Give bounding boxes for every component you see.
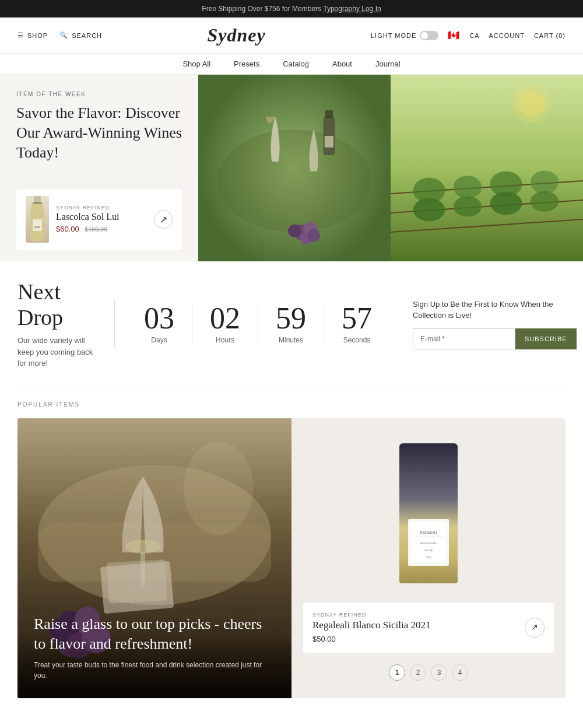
- bottle-label: REGALEALI NOZZE D'ORO SICILIA 2021: [408, 519, 449, 566]
- svg-point-24: [490, 192, 522, 215]
- svg-rect-13: [325, 136, 333, 148]
- countdown-seconds: 57 Seconds: [324, 303, 389, 344]
- search-label: SEARCH: [72, 32, 102, 39]
- product-sale-price: $60.00: [56, 225, 79, 233]
- product-brand: SYDNAY REFINED: [56, 205, 147, 211]
- seconds-label: Seconds: [342, 336, 372, 344]
- svg-point-25: [531, 191, 559, 212]
- page-4-button[interactable]: 4: [452, 664, 468, 681]
- subscribe-button[interactable]: SUBSCRIBE: [515, 328, 577, 349]
- email-input[interactable]: [413, 328, 515, 349]
- light-mode-label: LIGHT MODE: [371, 32, 416, 39]
- picnic-scene: [198, 75, 391, 261]
- cart-button[interactable]: CART (0): [534, 32, 566, 39]
- popular-product-panel: REGALEALI NOZZE D'ORO SICILIA 2021 SYDNA…: [292, 418, 566, 698]
- product-orig-price: $180.00: [85, 225, 107, 233]
- nav-presets[interactable]: Presets: [234, 60, 259, 68]
- seconds-number: 57: [342, 303, 372, 334]
- wine-bottle-icon: WINE: [26, 196, 49, 243]
- svg-point-19: [454, 176, 482, 199]
- countdown-description: Our wide variety will keep you coming ba…: [17, 335, 97, 369]
- svg-text:2021: 2021: [426, 556, 432, 559]
- svg-text:REGALEALI: REGALEALI: [420, 531, 437, 534]
- header: ☰ SHOP 🔍 SEARCH Sydney LIGHT MODE 🇨🇦 CA …: [0, 18, 583, 54]
- signup-text: Sign Up to Be the First to Know When the…: [413, 299, 566, 321]
- hero-right-image: [391, 75, 583, 261]
- popular-promo-image: Raise a glass to our top picks - cheers …: [17, 418, 292, 698]
- country-code: CA: [469, 32, 479, 39]
- svg-rect-33: [141, 552, 145, 587]
- svg-rect-12: [325, 110, 333, 118]
- svg-text:SICILIA: SICILIA: [424, 549, 433, 552]
- pagination: 1 2 3 4: [389, 653, 468, 687]
- promo-subtext: Treat your taste buds to the finest food…: [34, 660, 275, 681]
- nav-shop-all[interactable]: Shop All: [182, 60, 210, 68]
- hero-headline: Savor the Flavor: Discover Our Award-Win…: [16, 103, 182, 162]
- product-link-button[interactable]: ↗: [154, 210, 173, 229]
- header-left: ☰ SHOP 🔍 SEARCH: [17, 32, 102, 39]
- popular-product-brand: SYDNAY REFINED: [312, 612, 431, 618]
- hero-product-card: WINE SYDNAY REFINED Lascolca Sol Lui $60…: [16, 189, 182, 250]
- picnic-illustration: [198, 75, 391, 261]
- product-info-card: SYDNAY REFINED Regaleali Blanco Sicilia …: [303, 603, 554, 652]
- product-details: SYDNAY REFINED Regaleali Blanco Sicilia …: [312, 612, 431, 643]
- svg-rect-14: [391, 75, 583, 261]
- announcement-bar: Free Shipping Over $756 for Members Typo…: [0, 0, 583, 18]
- svg-rect-46: [414, 537, 443, 537]
- product-name: Lascolca Sol Lui: [56, 212, 147, 222]
- svg-rect-1: [33, 202, 42, 204]
- minutes-label: Minutes: [276, 336, 306, 344]
- popular-grid: Raise a glass to our top picks - cheers …: [17, 418, 566, 698]
- countdown-signup-block: Sign Up to Be the First to Know When the…: [401, 299, 566, 349]
- countdown-title: Next Drop: [17, 279, 97, 330]
- svg-point-43: [184, 442, 254, 535]
- search-button[interactable]: 🔍 SEARCH: [59, 32, 102, 39]
- countdown-section: Next Drop Our wide variety will keep you…: [0, 261, 583, 387]
- search-icon: 🔍: [59, 32, 68, 39]
- hero-center-image: [198, 75, 391, 261]
- hero-product-info: SYDNAY REFINED Lascolca Sol Lui $60.00 $…: [56, 205, 147, 234]
- promo-headline: Raise a glass to our top picks - cheers …: [34, 614, 275, 654]
- svg-point-21: [531, 170, 559, 194]
- country-flag: 🇨🇦: [448, 30, 460, 41]
- popular-section: POPULAR ITEMS: [0, 387, 583, 698]
- popular-product-link-button[interactable]: ↗: [525, 618, 545, 638]
- countdown-numbers: 03 Days 02 Hours 59 Minutes 57 Seconds: [115, 303, 401, 344]
- svg-point-10: [307, 229, 320, 242]
- page-2-button[interactable]: 2: [410, 664, 426, 681]
- svg-rect-0: [34, 196, 41, 202]
- brand-logo[interactable]: Sydney: [207, 24, 265, 46]
- vineyard-illustration: [391, 75, 583, 261]
- nav-catalog[interactable]: Catalog: [283, 60, 309, 68]
- light-mode-toggle[interactable]: LIGHT MODE: [371, 31, 438, 40]
- svg-point-23: [454, 196, 482, 216]
- svg-point-35: [125, 540, 160, 554]
- menu-button[interactable]: ☰ SHOP: [17, 32, 48, 39]
- popular-promo-overlay: Raise a glass to our top picks - cheers …: [17, 597, 292, 698]
- popular-section-label: POPULAR ITEMS: [17, 401, 566, 408]
- hero-product-image: WINE: [26, 196, 49, 243]
- minutes-number: 59: [276, 303, 306, 334]
- announcement-link[interactable]: Typography Log In: [323, 5, 381, 13]
- account-link[interactable]: ACCOUNT: [489, 32, 525, 39]
- page-1-button[interactable]: 1: [389, 664, 405, 681]
- nav-journal[interactable]: Journal: [375, 60, 401, 68]
- toggle-switch[interactable]: [420, 31, 438, 40]
- countdown-days: 03 Days: [127, 303, 192, 344]
- svg-point-5: [217, 130, 371, 232]
- announcement-text: Free Shipping Over $756 for Members: [202, 5, 321, 13]
- item-of-week-label: ITEM OF THE WEEK: [16, 91, 182, 97]
- svg-text:NOZZE D'ORO: NOZZE D'ORO: [420, 542, 436, 545]
- nav-bar: Shop All Presets Catalog About Journal: [0, 54, 583, 75]
- page-3-button[interactable]: 3: [431, 664, 447, 681]
- nav-about[interactable]: About: [332, 60, 352, 68]
- svg-point-22: [413, 198, 445, 222]
- hero-section: ITEM OF THE WEEK Savor the Flavor: Disco…: [0, 75, 583, 261]
- svg-text:WINE: WINE: [34, 226, 41, 229]
- popular-product-name: Regaleali Blanco Sicilia 2021: [312, 620, 431, 631]
- svg-rect-2: [33, 219, 42, 231]
- svg-point-8: [288, 225, 301, 237]
- hours-label: Hours: [210, 336, 240, 344]
- hamburger-icon: ☰: [17, 32, 24, 39]
- countdown-hours: 02 Hours: [192, 303, 258, 344]
